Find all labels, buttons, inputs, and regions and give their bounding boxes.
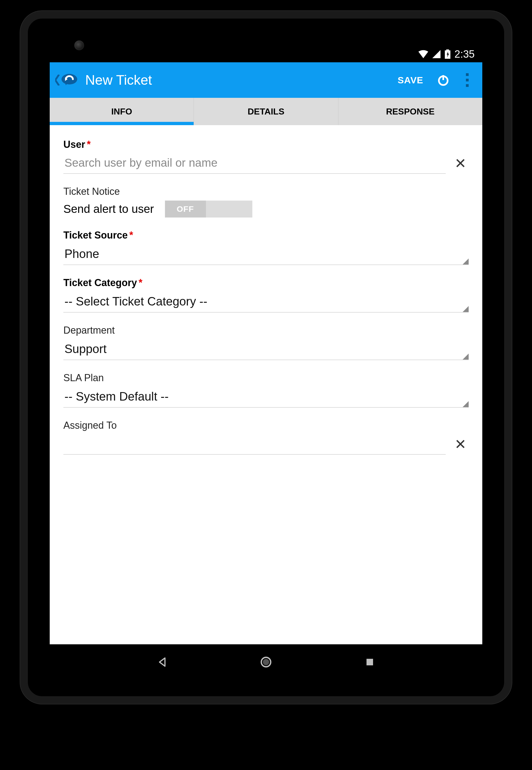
department-label: Department (63, 324, 469, 336)
user-search-input[interactable] (63, 153, 446, 174)
notice-toggle[interactable]: OFF (165, 200, 252, 217)
android-nav-bar (50, 644, 482, 680)
required-asterisk: * (129, 229, 133, 241)
tab-details[interactable]: DETAILS (194, 98, 338, 125)
page-title: New Ticket (85, 72, 387, 88)
square-recents-icon (365, 657, 375, 667)
screen: 2:35 New Ticket SAVE (50, 46, 482, 680)
field-ticket-notice: Ticket Notice Send alert to user OFF (63, 186, 469, 217)
field-sla-plan: SLA Plan -- System Default -- (63, 372, 469, 408)
svg-rect-8 (367, 659, 373, 665)
power-icon (437, 73, 450, 87)
department-value: Support (64, 342, 468, 356)
source-value: Phone (64, 247, 468, 261)
battery-charging-icon (445, 49, 451, 59)
sla-label: SLA Plan (63, 372, 469, 383)
notice-label: Ticket Notice (63, 186, 469, 197)
signal-icon (432, 50, 441, 58)
nav-recents-button[interactable] (362, 654, 378, 670)
tab-bar: INFO DETAILS RESPONSE (50, 98, 482, 125)
required-asterisk: * (138, 277, 142, 288)
clear-assigned-button[interactable] (452, 437, 469, 453)
toggle-state: OFF (165, 200, 206, 217)
field-ticket-source: Ticket Source* Phone (63, 229, 469, 265)
app-bar: New Ticket SAVE (50, 62, 482, 98)
more-vert-icon (466, 73, 469, 87)
source-select[interactable]: Phone (63, 244, 469, 265)
dropdown-caret-icon (463, 306, 469, 312)
chevron-left-icon (55, 75, 60, 85)
svg-point-7 (263, 659, 269, 665)
status-bar: 2:35 (50, 46, 482, 62)
field-assigned-to: Assigned To (63, 420, 469, 455)
sla-select[interactable]: -- System Default -- (63, 387, 469, 408)
tab-label: DETAILS (248, 107, 285, 117)
dropdown-caret-icon (463, 258, 469, 264)
category-label: Ticket Category* (63, 277, 469, 288)
camera-dot (74, 40, 84, 50)
field-user: User* (63, 139, 469, 174)
close-icon (455, 158, 466, 169)
category-select[interactable]: -- Select Ticket Category -- (63, 292, 469, 312)
wifi-icon (418, 50, 428, 58)
nav-back-button[interactable] (154, 654, 170, 670)
assigned-label: Assigned To (63, 420, 469, 431)
clear-user-button[interactable] (452, 155, 469, 172)
sla-value: -- System Default -- (64, 390, 468, 403)
close-icon (455, 439, 466, 450)
user-label: User* (63, 139, 469, 150)
form-content: User* Ticket Notice Send alert to user (50, 125, 482, 644)
status-time: 2:35 (454, 48, 475, 60)
field-department: Department Support (63, 324, 469, 360)
notice-text: Send alert to user (63, 202, 154, 215)
assigned-input[interactable] (63, 435, 446, 455)
field-ticket-category: Ticket Category* -- Select Ticket Catego… (63, 277, 469, 312)
required-asterisk: * (87, 139, 91, 150)
tab-label: INFO (111, 107, 132, 117)
overflow-menu-button[interactable] (458, 73, 477, 87)
dropdown-caret-icon (463, 353, 469, 359)
nav-home-button[interactable] (258, 654, 274, 670)
tab-info[interactable]: INFO (50, 98, 194, 125)
back-button[interactable] (55, 73, 78, 87)
power-button[interactable] (434, 73, 453, 87)
app-logo-icon (61, 73, 78, 87)
tablet-frame: 2:35 New Ticket SAVE (20, 11, 512, 704)
tab-response[interactable]: RESPONSE (338, 98, 482, 125)
triangle-back-icon (157, 657, 168, 668)
dropdown-caret-icon (463, 401, 469, 407)
svg-rect-1 (446, 49, 449, 51)
save-button[interactable]: SAVE (392, 75, 429, 85)
category-value: -- Select Ticket Category -- (64, 294, 468, 308)
tab-label: RESPONSE (386, 107, 435, 117)
circle-home-icon (260, 656, 272, 668)
department-select[interactable]: Support (63, 339, 469, 360)
source-label: Ticket Source* (63, 229, 469, 241)
